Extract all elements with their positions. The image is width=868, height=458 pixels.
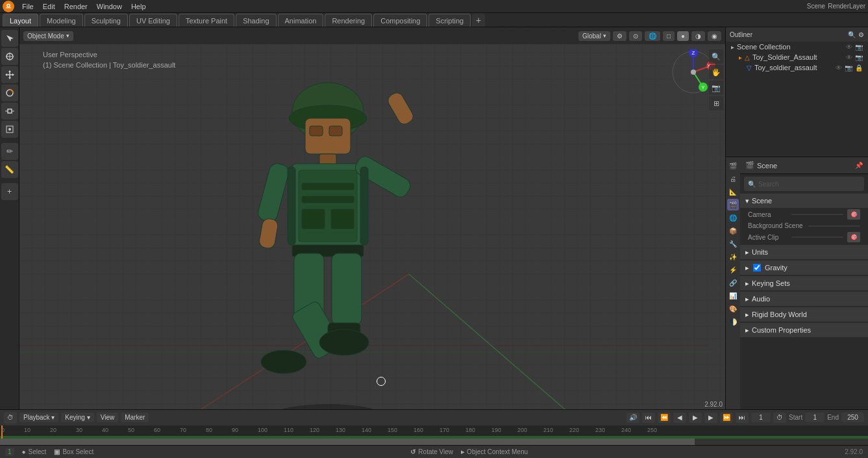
shading-solid[interactable]: ● [677, 31, 689, 41]
overlay-btn[interactable]: 🌐 [645, 31, 660, 41]
prop-search[interactable]: 🔍 Search [744, 177, 864, 191]
prop-val-bg-scene[interactable] [808, 225, 860, 227]
outliner-item-scene-collection[interactable]: ▸ Scene Collection 👁 📷 [726, 42, 868, 52]
tool-add[interactable]: + [1, 183, 18, 200]
snap-btn[interactable]: ⚙ [613, 31, 626, 41]
prop-icon-data[interactable]: 📊 [727, 290, 739, 301]
zoom-out-btn[interactable]: 🔍 [709, 49, 723, 64]
prop-icon-modifier[interactable]: 🔧 [727, 238, 739, 249]
tl-start-value[interactable]: 1 [805, 413, 825, 422]
prop-btn-active-clip[interactable]: 🎯 [847, 232, 860, 242]
menu-help[interactable]: Help [127, 0, 150, 13]
toy-soldier-mesh-render[interactable]: 🔒 [855, 64, 863, 71]
toy-soldier-mesh-camera[interactable]: 📷 [845, 64, 852, 71]
timeline-scrollbar[interactable] [0, 439, 868, 445]
camera-view-btn[interactable]: 📷 [709, 81, 723, 95]
prop-section-keying-sets-header[interactable]: ▸ Keying Sets [740, 276, 868, 290]
tab-modeling[interactable]: Modeling [40, 14, 83, 27]
view-btn[interactable]: View [97, 413, 119, 422]
prop-icon-view-layer[interactable]: 📐 [727, 186, 739, 197]
prop-section-custom-header[interactable]: ▸ Custom Properties [740, 323, 868, 337]
prop-section-scene-header[interactable]: ▾ Scene [740, 194, 868, 208]
menu-file[interactable]: File [18, 0, 38, 13]
outliner-search-icon[interactable]: 🔍 [848, 31, 856, 38]
prop-icon-object[interactable]: 📦 [727, 225, 739, 236]
prop-icon-world[interactable]: 🌐 [727, 212, 739, 223]
prop-edit-btn[interactable]: ⊙ [629, 31, 642, 41]
prop-icon-constraint[interactable]: 🔗 [727, 277, 739, 288]
outliner-item-toy-soldier-assault[interactable]: ▸ △ Toy_Soldier_Assault 👁 📷 [726, 52, 868, 62]
toy-soldier-mesh-eye[interactable]: 👁 [836, 64, 842, 71]
prop-icon-output[interactable]: 🖨 [727, 173, 739, 184]
toy-soldier-assault-camera[interactable]: 📷 [855, 54, 863, 61]
scene-collection-eye[interactable]: 👁 [846, 44, 852, 51]
tab-rendering[interactable]: Rendering [325, 14, 372, 27]
menu-edit[interactable]: Edit [39, 0, 59, 13]
shading-material[interactable]: ◑ [691, 31, 705, 41]
viewport[interactable]: Object Mode Global ⚙ ⊙ 🌐 □ ● ◑ ◉ User Pe… [19, 27, 725, 409]
tl-prev-frame[interactable]: ⏪ [658, 413, 671, 423]
tool-select[interactable] [1, 30, 18, 47]
prop-val-active-clip[interactable] [791, 236, 843, 238]
prop-section-audio-header[interactable]: ▸ Audio [740, 292, 868, 306]
tl-skip-end[interactable]: ⏭ [736, 413, 749, 423]
timeline-ruler[interactable]: 0 10 20 30 40 50 60 70 80 90 100 110 120… [0, 425, 868, 439]
tl-dropdown-icon[interactable]: ⏱ [4, 412, 17, 424]
tl-next-key[interactable]: ▶ [704, 413, 717, 423]
prop-icon-particles[interactable]: ✨ [727, 251, 739, 262]
menu-window[interactable]: Window [93, 0, 126, 13]
tool-transform[interactable] [1, 121, 18, 138]
prop-icon-material[interactable]: 🎨 [727, 303, 739, 314]
outliner-item-toy-soldier-mesh[interactable]: ▽ Toy_soldier_assault 👁 📷 🔒 [726, 62, 868, 73]
playback-btn[interactable]: Playback ▾ [19, 413, 58, 422]
scene-collection-camera[interactable]: 📷 [855, 44, 863, 51]
tab-layout[interactable]: Layout [3, 14, 38, 27]
tool-annotate[interactable]: ✏ [1, 143, 18, 160]
tl-skip-start[interactable]: ⏮ [642, 413, 655, 423]
tl-frame-current[interactable]: 1 [751, 413, 771, 422]
shading-render[interactable]: ◉ [708, 31, 721, 41]
add-workspace-button[interactable]: + [472, 14, 485, 27]
prop-section-units-header[interactable]: ▸ Units [740, 245, 868, 259]
prop-header-pin[interactable]: 📌 [855, 162, 863, 169]
tab-shading[interactable]: Shading [236, 14, 276, 27]
prop-icon-render[interactable]: 🎬 [727, 160, 739, 172]
menu-render[interactable]: Render [60, 0, 92, 13]
tab-texture[interactable]: Texture Paint [179, 14, 234, 27]
tl-next-frame[interactable]: ⏩ [720, 413, 733, 423]
prop-section-rigid-body-header[interactable]: ▸ Rigid Body World [740, 307, 868, 322]
outliner-filter-icon[interactable]: ⚙ [858, 31, 864, 38]
prop-icon-scene[interactable]: 🎬 [727, 199, 739, 210]
gravity-checkbox[interactable] [753, 264, 761, 272]
keying-btn[interactable]: Keying ▾ [61, 413, 93, 422]
tl-end-value[interactable]: 250 [841, 413, 864, 422]
tl-audio-toggle[interactable]: 🔊 [626, 413, 639, 423]
prop-btn-camera[interactable]: 🎯 [847, 209, 860, 220]
global-dropdown[interactable]: Global [578, 31, 610, 41]
zoom-in-btn[interactable]: 🖐 [709, 65, 723, 79]
tl-play[interactable]: ▶ [689, 413, 702, 423]
prop-section-audio-label: Audio [752, 295, 770, 303]
tab-compositing[interactable]: Compositing [373, 14, 427, 27]
tool-cursor[interactable] [1, 48, 18, 65]
tool-move[interactable] [1, 66, 18, 83]
prop-icon-shading[interactable]: 🌓 [727, 316, 739, 327]
tab-animation[interactable]: Animation [278, 14, 324, 27]
tool-rotate[interactable] [1, 84, 18, 101]
tl-prev-key[interactable]: ◀ [673, 413, 686, 423]
tab-uv[interactable]: UV Editing [129, 14, 177, 27]
marker-btn[interactable]: Marker [121, 413, 149, 422]
render-region-btn[interactable]: ⊞ [709, 96, 723, 110]
tab-scripting[interactable]: Scripting [428, 14, 471, 27]
timeline-scrollbar-thumb[interactable] [0, 439, 695, 445]
prop-val-camera[interactable] [791, 214, 843, 215]
toy-soldier-assault-eye[interactable]: 👁 [846, 54, 852, 61]
object-mode-dropdown[interactable]: Object Mode [23, 31, 73, 41]
prop-section-gravity-header[interactable]: ▸ Gravity [740, 261, 868, 275]
tool-scale[interactable] [1, 103, 18, 120]
shading-wire[interactable]: □ [663, 31, 675, 41]
tool-measure[interactable]: 📏 [1, 161, 18, 178]
prop-icon-physics[interactable]: ⚡ [727, 264, 739, 275]
tl-time-icon[interactable]: ⏱ [773, 413, 786, 423]
tab-sculpting[interactable]: Sculpting [84, 14, 128, 27]
